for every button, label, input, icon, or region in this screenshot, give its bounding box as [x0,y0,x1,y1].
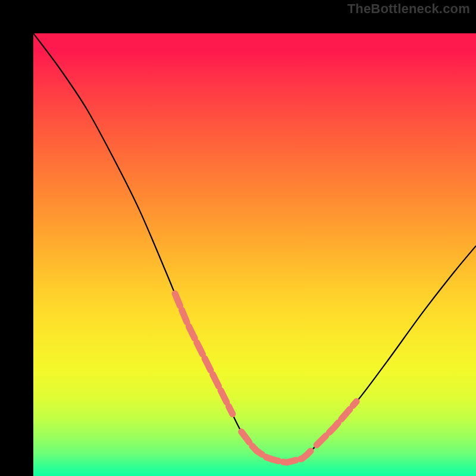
bottleneck-curve-svg [33,33,476,476]
chart-frame [0,0,476,476]
watermark-label: TheBottleneck.com [347,1,470,17]
highlight-segment-middle [242,432,312,463]
bottleneck-curve-path [33,33,476,463]
highlight-segment-left [175,294,233,414]
highlight-segment-right [317,402,356,445]
plot-area [33,33,476,476]
